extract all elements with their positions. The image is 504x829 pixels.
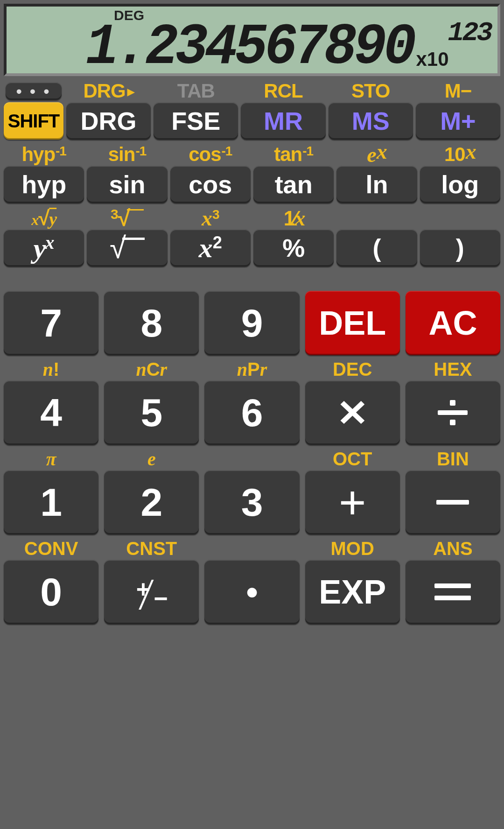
key-1-button[interactable]: 1 [4,470,98,534]
shift-label-HEX: HEX [434,358,472,380]
shift-label-CONV: CONV [24,537,78,560]
minus-button[interactable] [406,470,500,534]
)-button[interactable]: ) [420,229,500,267]
sin-button[interactable]: sin [87,166,167,203]
log-button[interactable]: log [420,166,500,203]
tan-button[interactable]: tan [253,166,334,203]
key-0-button[interactable]: 0 [4,560,98,624]
key-8-button[interactable]: 8 [104,291,199,355]
shift-label-one_over_x: 1⁄x [284,207,304,229]
shift-label-n!: n! [43,358,60,380]
xsquared-button[interactable]: x2 [170,229,251,267]
plus-button[interactable]: + [305,470,400,534]
decimal-button[interactable]: • [204,560,299,624]
shift-label-x_cubed: x3 [202,207,219,229]
shift-label-π: π [46,448,56,470]
key-7-button[interactable]: 7 [4,291,98,355]
shift-label-e: e [147,448,156,470]
key-DEL-button[interactable]: DEL [305,291,400,355]
shift-label-ln: ex [367,143,386,166]
key-EXP-button[interactable]: EXP [305,560,400,624]
shift-label-x_root_y: x√y [31,207,56,229]
shift-label-rcl: RCL [264,80,302,102]
shift-label-drg: DRG▸ [83,80,133,102]
shift-label-MOD: MOD [331,537,374,560]
key-3-button[interactable]: 3 [204,470,299,534]
shift-label-nCr: nCr [136,358,167,380]
display-value: 1.234567890 [86,19,413,77]
fse-button[interactable]: FSE [154,102,238,140]
key-5-button[interactable]: 5 [104,380,199,445]
cos-button[interactable]: cos [170,166,251,203]
plus-minus-button[interactable]: +∕− [104,560,199,624]
shift-label-cos: cos-1 [189,143,232,166]
%-button[interactable]: % [253,229,334,267]
shift-label-cube_root: 3√ [111,207,144,229]
shift-label-CNST: CNST [126,537,177,560]
key-9-button[interactable]: 9 [204,291,299,355]
ln-button[interactable]: ln [336,166,417,203]
shift-label-BIN: BIN [437,448,469,470]
shift-button[interactable]: SHIFT [4,102,63,140]
key-2-button[interactable]: 2 [104,470,199,534]
key-6-button[interactable]: 6 [204,380,299,445]
shift-label-sin: sin-1 [108,143,147,166]
shift-label-sto: STO [351,80,390,102]
sqrt-button[interactable]: √ [87,229,167,267]
equals-button[interactable] [406,560,500,624]
mr-button[interactable]: MR [241,102,325,140]
multiply-button[interactable]: ✕ [305,380,400,445]
divide-button[interactable] [406,380,500,445]
ypowx-button[interactable]: yx [4,229,84,267]
shift-label-tan: tan-1 [274,143,313,166]
drg-button[interactable]: DRG [66,102,151,140]
shift-label-OCT: OCT [333,448,372,470]
shift-label-log: 10x [444,143,476,166]
shift-label-hyp: hyp-1 [21,143,66,166]
shift-label-m-minus: M− [445,80,472,102]
key-AC-button[interactable]: AC [406,291,500,355]
shift-label-nPr: nPr [237,358,267,380]
(-button[interactable]: ( [336,229,417,267]
hyp-button[interactable]: hyp [4,166,84,203]
key-4-button[interactable]: 4 [4,380,98,445]
shift-label-ANS: ANS [433,537,472,560]
shift-label-DEC: DEC [333,358,372,380]
display-exponent: x10 123 [416,18,491,70]
display: DEG 1.234567890 x10 123 [4,4,500,76]
m-plus-button[interactable]: M+ [416,102,500,140]
menu-button[interactable]: • • • [6,82,62,100]
ms-button[interactable]: MS [329,102,413,140]
shift-label-tab: TAB [177,80,215,102]
